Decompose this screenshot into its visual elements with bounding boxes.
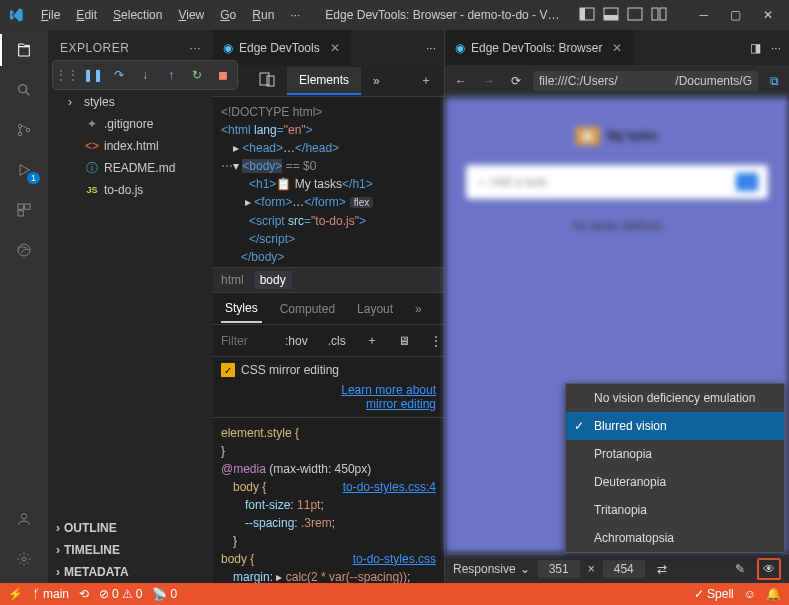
menu-file[interactable]: File (34, 4, 67, 26)
tab-browser[interactable]: ◉ Edge DevTools: Browser ✕ (445, 30, 633, 65)
close-button[interactable]: ✕ (755, 4, 781, 26)
url-bar[interactable]: file:///C:/Users/ /Documents/G (533, 71, 758, 91)
svg-rect-13 (18, 211, 23, 216)
drag-handle-icon[interactable]: ⋮⋮ (56, 64, 78, 86)
css-link2[interactable]: to-do-styles.css (353, 550, 436, 568)
edge-icon[interactable] (12, 238, 36, 262)
branch-button[interactable]: ᚶ main (33, 587, 69, 601)
menu-go[interactable]: Go (213, 4, 243, 26)
vision-blurred[interactable]: ✓Blurred vision (566, 412, 784, 440)
step-out-icon[interactable]: ↑ (160, 64, 182, 86)
stop-icon[interactable]: ◼ (212, 64, 234, 86)
back-icon[interactable]: ← (451, 72, 471, 90)
metadata-section[interactable]: ›METADATA (48, 561, 213, 583)
notifications-icon[interactable]: 🔔 (766, 587, 781, 601)
vision-achromatopsia[interactable]: Achromatopsia (566, 524, 784, 552)
cls-button[interactable]: .cls (322, 332, 352, 350)
pause-icon[interactable]: ❚❚ (82, 64, 104, 86)
height-input[interactable] (603, 560, 645, 578)
device-select[interactable]: Responsive ⌄ (453, 562, 530, 576)
layout-right-icon[interactable] (625, 4, 645, 27)
timeline-section[interactable]: ›TIMELINE (48, 539, 213, 561)
styles-filter-input[interactable] (221, 334, 271, 348)
menu-edit[interactable]: Edit (69, 4, 104, 26)
forward-icon[interactable]: → (479, 72, 499, 90)
close-tab-icon[interactable]: ✕ (330, 41, 340, 55)
outline-section[interactable]: ›OUTLINE (48, 517, 213, 539)
menu-selection[interactable]: Selection (106, 4, 169, 26)
crumb-body[interactable]: body (254, 271, 292, 289)
reload-icon[interactable]: ⟳ (507, 72, 525, 90)
layout-left-icon[interactable] (577, 4, 597, 27)
window-title: Edge DevTools: Browser - demo-to-do - V… (309, 8, 575, 22)
vision-deuteranopia[interactable]: Deuteranopia (566, 468, 784, 496)
new-style-icon[interactable]: ＋ (360, 330, 384, 351)
split-editor-icon[interactable]: ◨ (750, 41, 761, 55)
mirror-checkbox[interactable]: ✓ (221, 363, 235, 377)
tree-file-todojs[interactable]: JSto-do.js (48, 179, 213, 201)
width-input[interactable] (538, 560, 580, 578)
more-tabs-icon[interactable]: » (367, 70, 386, 92)
computed-tab[interactable]: Computed (276, 296, 339, 322)
step-over-icon[interactable]: ↷ (108, 64, 130, 86)
maximize-button[interactable]: ▢ (722, 4, 749, 26)
remote-icon[interactable]: ⚡ (8, 587, 23, 601)
tree-file-readme[interactable]: ⓘREADME.md (48, 157, 213, 179)
add-tab-icon[interactable]: ＋ (414, 68, 438, 93)
device-icon[interactable]: 🖥 (392, 332, 416, 350)
add-task-input[interactable]: ＋ Add a task → (466, 165, 769, 199)
css-link1[interactable]: to-do-styles.css:4 (343, 478, 436, 496)
problems-button[interactable]: ⊘ 0 ⚠ 0 (99, 587, 142, 601)
close-browser-tab-icon[interactable]: ✕ (612, 41, 622, 55)
wand-icon[interactable]: ✎ (731, 560, 749, 578)
restart-icon[interactable]: ↻ (186, 64, 208, 86)
menu-run[interactable]: Run (245, 4, 281, 26)
explorer-icon[interactable] (12, 38, 36, 62)
tree-folder-styles[interactable]: ›styles (48, 91, 213, 113)
layout-bottom-icon[interactable] (601, 4, 621, 27)
more-styles-tabs-icon[interactable]: » (411, 296, 426, 322)
svg-point-15 (21, 514, 26, 519)
crumb-html[interactable]: html (221, 273, 244, 287)
menu-view[interactable]: View (171, 4, 211, 26)
css-rules[interactable]: element.style { } @media (max-width: 450… (213, 418, 444, 583)
step-into-icon[interactable]: ↓ (134, 64, 156, 86)
debug-toolbar[interactable]: ⋮⋮ ❚❚ ↷ ↓ ↑ ↻ ◼ (52, 60, 238, 90)
tree-file-gitignore[interactable]: ✦.gitignore (48, 113, 213, 135)
tab-more-icon[interactable]: ··· (426, 41, 436, 55)
svg-rect-11 (18, 204, 23, 209)
layout-grid-icon[interactable] (649, 4, 669, 27)
minimize-button[interactable]: ─ (691, 4, 716, 26)
run-debug-icon[interactable]: 1 (12, 158, 36, 182)
sync-button[interactable]: ⟲ (79, 587, 89, 601)
vision-none[interactable]: No vision deficiency emulation (566, 384, 784, 412)
vision-protanopia[interactable]: Protanopia (566, 440, 784, 468)
device-toggle-icon[interactable] (253, 67, 281, 94)
extensions-icon[interactable] (12, 198, 36, 222)
rotate-icon[interactable]: ⇄ (653, 560, 671, 578)
ports-button[interactable]: 📡 0 (152, 587, 177, 601)
spell-button[interactable]: ✓ Spell (694, 587, 734, 601)
menu-more[interactable]: ··· (283, 4, 307, 26)
browser-more-icon[interactable]: ··· (771, 41, 781, 55)
more-filter-icon[interactable]: ⋮ (424, 332, 444, 350)
tree-file-index[interactable]: <>index.html (48, 135, 213, 157)
device-toolbar: Responsive ⌄ × ⇄ ✎ 👁 (445, 553, 789, 583)
accounts-icon[interactable] (12, 507, 36, 531)
hov-button[interactable]: :hov (279, 332, 314, 350)
open-devtools-icon[interactable]: ⧉ (766, 72, 783, 90)
search-icon[interactable] (12, 78, 36, 102)
settings-gear-icon[interactable] (12, 547, 36, 571)
vision-tritanopia[interactable]: Tritanopia (566, 496, 784, 524)
mirror-link1[interactable]: Learn more about (341, 383, 436, 397)
feedback-icon[interactable]: ☺ (744, 587, 756, 601)
vision-emulation-icon[interactable]: 👁 (757, 558, 781, 580)
elements-tab[interactable]: Elements (287, 67, 361, 95)
layout-tab[interactable]: Layout (353, 296, 397, 322)
source-control-icon[interactable] (12, 118, 36, 142)
dom-tree[interactable]: <!DOCTYPE html> <html lang="en"> ▸ <head… (213, 97, 444, 267)
explorer-more-icon[interactable]: ··· (189, 41, 201, 55)
mirror-link2[interactable]: mirror editing (366, 397, 436, 411)
styles-tab[interactable]: Styles (221, 295, 262, 323)
tab-label: Edge DevTools (239, 41, 320, 55)
